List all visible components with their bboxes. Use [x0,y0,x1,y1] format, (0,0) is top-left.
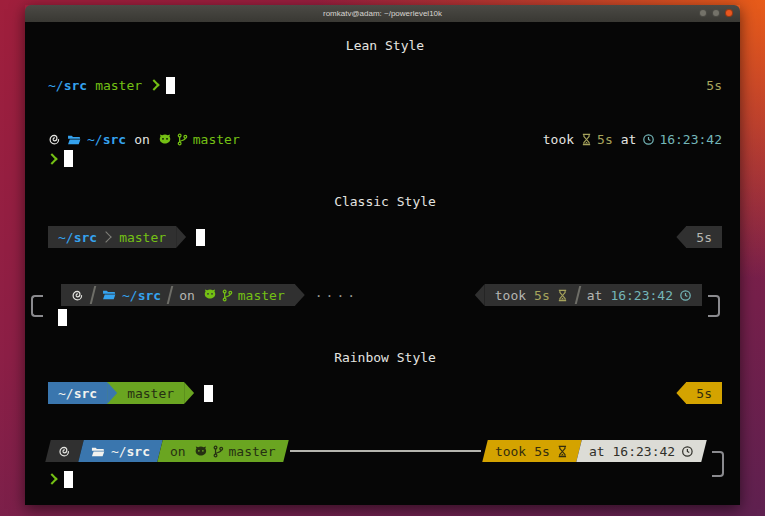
at-label: at [587,288,603,303]
folder-icon [67,133,81,147]
os-icon [48,133,61,146]
classic-left-segment: ~/src on master [61,284,295,306]
hourglass-icon [556,445,569,458]
dir-prefix: ~/ [58,386,74,401]
on-label: on [170,444,186,459]
powerline-cap [184,382,194,404]
powerline-cap [295,284,305,306]
os-icon [58,445,71,458]
segment-separator [574,286,580,304]
octocat-icon [158,133,172,147]
dir-name: src [74,230,97,245]
minimize-button[interactable] [699,9,707,17]
classic-right-segment: took 5s at 16:23:42 [485,284,702,306]
octocat-icon [194,444,208,458]
octocat-icon [203,288,217,302]
classic-prompt-2-line-2 [25,306,740,328]
rainbow-left-group: ~/src on master [45,440,288,462]
prompt-chevron-icon [46,473,57,484]
rainbow-prompt-2-line-1: ~/src on master [25,440,740,462]
classic-prompt-1: ~/src master 5s [25,226,740,248]
dir-name: src [74,386,97,401]
at-label: at [621,132,637,147]
rainbow-duration-segment: took 5s [482,440,581,462]
terminal-window: romkatv@adam: ~/powerlevel10k Lean Style… [25,5,740,505]
hourglass-icon [580,133,593,146]
classic-prompt-2-line-1: ~/src on master ···· took 5s at [25,284,740,306]
branch-icon [221,289,234,302]
dir-name: src [64,78,87,93]
git-branch-name: master [119,230,166,245]
git-branch-name: master [238,288,285,303]
dir-prefix: ~/ [122,288,138,303]
hourglass-icon [556,289,569,302]
powerline-cap [176,226,186,248]
classic-left-segment: ~/src master [48,226,176,248]
branch-icon [212,445,225,458]
rainbow-prompt-2-line-2 [25,468,740,490]
classic-prompt-2: ~/src on master ···· took 5s at [25,284,740,328]
rainbow-section-title-row: Rainbow Style [25,346,740,368]
filler-dots: ···· [315,288,358,303]
terminal-screen[interactable]: Lean Style ~/src master 5s ~/src on mast… [25,22,740,505]
dir-name: src [138,288,161,303]
git-branch-name: master [127,386,174,401]
lean-prompt-2-line-2 [25,149,740,168]
block-cursor [196,229,205,246]
folder-icon [102,288,116,302]
git-branch-name: master [95,78,142,93]
dir-name: src [127,444,150,459]
section-title: Classic Style [334,194,436,209]
git-branch-name: master [229,444,276,459]
prompt-chevron-icon [46,153,57,164]
maximize-button[interactable] [712,9,720,17]
rainbow-prompt-1: ~/src master 5s [25,382,740,404]
clock-icon [681,445,694,458]
prompt-frame-right [708,295,720,317]
lean-prompt-1: ~/src master 5s [25,74,740,96]
rainbow-dir-segment: ~/src [48,382,107,404]
powerline-cap [676,382,686,404]
classic-section-title-row: Classic Style [25,190,740,212]
lean-prompt-2-line-1: ~/src on master took 5s at 16:23:42 [25,130,740,149]
on-label: on [134,132,150,147]
block-cursor [64,150,73,167]
at-label: at [589,444,605,459]
took-label: took [495,444,526,459]
command-duration: 5s [706,78,722,93]
command-duration: 5s [534,444,550,459]
rainbow-branch-segment: master [117,382,184,404]
powerline-cap [107,382,117,404]
rainbow-time-segment: at 16:23:42 [576,440,707,462]
powerline-cap [475,284,485,306]
dir-name: src [103,132,126,147]
rainbow-dir-segment: ~/src [78,440,163,462]
window-controls [699,9,733,17]
powerline-cap [676,226,686,248]
dir-prefix: ~/ [111,444,127,459]
section-title: Rainbow Style [334,350,436,365]
segment-separator [167,286,173,304]
branch-icon [176,133,189,146]
segment-separator [90,286,96,304]
dir-prefix: ~/ [48,78,64,93]
clock-icon [642,133,655,146]
prompt-frame-right [712,451,724,477]
on-label: on [179,288,195,303]
window-titlebar[interactable]: romkatv@adam: ~/powerlevel10k [25,5,740,22]
block-cursor [204,385,213,402]
section-title: Lean Style [346,38,424,53]
close-button[interactable] [725,9,733,17]
block-cursor [58,309,67,326]
dir-prefix: ~/ [58,230,74,245]
prompt-connector-line [290,450,481,452]
took-label: took [495,288,526,303]
os-icon [71,289,84,302]
dir-prefix: ~/ [87,132,103,147]
command-duration: 5s [696,230,712,245]
current-time: 16:23:42 [659,132,722,147]
command-duration: 5s [534,288,550,303]
current-time: 16:23:42 [612,444,675,459]
prompt-frame-left [31,295,43,317]
took-label: took [543,132,574,147]
